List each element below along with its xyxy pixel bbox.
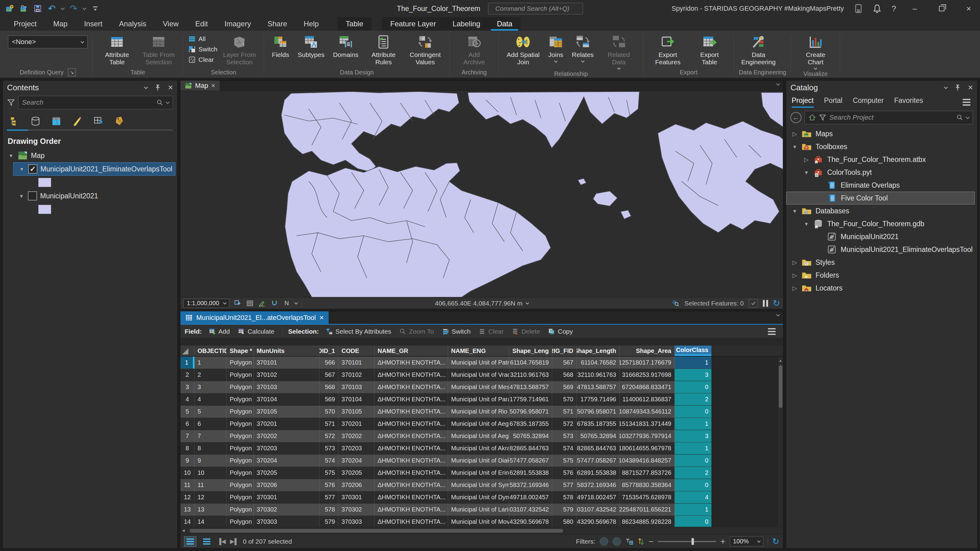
cell-shapeleng[interactable]: 82865.844763 <box>509 442 552 454</box>
list-by-editing-tab[interactable] <box>72 115 83 127</box>
catalog-tab-project[interactable]: Project <box>792 97 814 108</box>
column-header-nameeng[interactable]: NAME_ENG <box>448 346 509 356</box>
filter-icon[interactable] <box>7 98 15 106</box>
list-by-data-source-tab[interactable] <box>30 115 41 127</box>
cell-shape[interactable]: Polygon <box>227 479 254 491</box>
select-features-tool-icon[interactable] <box>234 299 242 307</box>
expander-icon[interactable]: ▾ <box>803 169 810 176</box>
layer-from-selection-button[interactable]: Layer From Selection <box>220 34 259 66</box>
map-coordinates[interactable]: 406,665.40E 4,084,777.96N m <box>435 300 528 307</box>
map-scale-select[interactable]: 1:1,000,000 <box>183 299 229 308</box>
cell-objectid[interactable]: 1 <box>194 357 227 368</box>
cell-shape[interactable]: Polygon <box>227 503 254 516</box>
table-row[interactable]: 1 1 Polygon 370101 566 370101 ΔΗΜΟΤΙΚΗ Ε… <box>180 357 711 369</box>
slider-thumb[interactable] <box>692 538 694 545</box>
table-row[interactable]: 10 10 Polygon 370205 575 370205 ΔΗΜΟΤΙΚΗ… <box>180 467 711 479</box>
cell-origfid[interactable]: 575 <box>552 454 577 467</box>
cell-colorclass[interactable]: 0 <box>675 516 711 527</box>
cell-code[interactable]: 370101 <box>339 357 375 368</box>
tab-data[interactable]: Data <box>488 17 520 30</box>
cell-mununits[interactable]: 370105 <box>254 406 320 418</box>
cell-nameeng[interactable]: Municipal Unit of Rio <box>448 406 509 418</box>
expander-icon[interactable]: ▾ <box>792 143 798 150</box>
pause-drawing-button[interactable] <box>763 300 768 307</box>
scrollbar-thumb[interactable] <box>189 529 563 533</box>
table-row[interactable]: 2 2 Polygon 370102 567 370102 ΔΗΜΟΤΙΚΗ Ε… <box>180 369 711 381</box>
column-header-shapearea[interactable]: Shape_Area <box>620 346 675 356</box>
calculate-field-button[interactable]: Calculate <box>235 328 277 335</box>
vertical-scrollbar[interactable]: ▴ <box>778 357 783 527</box>
cell-colorclass[interactable]: 0 <box>675 454 711 467</box>
expander-icon[interactable]: ▷ <box>792 259 798 266</box>
cell-shapelength[interactable]: 62891.553838 <box>577 467 620 479</box>
cell-origfid[interactable]: 578 <box>552 491 577 503</box>
command-search-input[interactable] <box>495 5 579 12</box>
cell-oid1[interactable]: 578 <box>320 503 339 516</box>
column-header-code[interactable]: CODE <box>339 346 375 356</box>
search-options-chevron[interactable] <box>166 100 170 104</box>
search-options-chevron[interactable] <box>966 115 970 119</box>
cell-oid1[interactable]: 577 <box>320 491 339 503</box>
cell-shapeleng[interactable]: 57477.058267 <box>509 454 552 467</box>
row-number-cell[interactable]: 5 <box>180 406 194 418</box>
cell-oid1[interactable]: 573 <box>320 442 339 454</box>
tab-share[interactable]: Share <box>259 17 295 30</box>
cell-shapearea[interactable]: 86234885.928228 <box>620 516 675 527</box>
show-selected-records-button[interactable] <box>200 536 213 547</box>
table-row[interactable]: 6 6 Polygon 370201 571 370201 ΔΗΜΟΤΙΚΗ Ε… <box>180 418 711 430</box>
subtypes-button[interactable]: Subtypes <box>294 34 328 59</box>
expander-icon[interactable]: ▾ <box>803 221 810 227</box>
expander-icon[interactable]: ▷ <box>792 285 798 292</box>
cell-shape[interactable]: Polygon <box>227 442 254 454</box>
cell-origfid[interactable]: 570 <box>552 393 577 405</box>
delete-selected-button[interactable]: Delete <box>509 328 542 335</box>
catalog-tab-portal[interactable]: Portal <box>824 97 843 108</box>
cell-namegr[interactable]: ΔΗΜΟΤΙΚΗ ΕΝΟΤΗΤΑ... <box>375 454 448 467</box>
pin-icon[interactable] <box>955 84 961 91</box>
catalog-item-colortools-pyt[interactable]: ▾ ColorTools.pyt <box>786 166 977 179</box>
cell-nameeng[interactable]: Municipal Unit of Patra <box>448 357 509 368</box>
export-features-button[interactable]: Export Features <box>648 34 687 66</box>
cell-oid1[interactable]: 571 <box>320 418 339 430</box>
list-by-labeling-tab[interactable] <box>113 115 125 127</box>
cell-nameeng[interactable]: Municipal Unit of Larissos <box>448 503 509 516</box>
back-navigation-icon[interactable]: ← <box>791 112 802 123</box>
redo-dropdown-chevron[interactable] <box>83 6 86 10</box>
cell-shapearea[interactable]: 11400612.836837 <box>620 393 675 405</box>
contents-search-box[interactable] <box>18 96 173 109</box>
joins-button[interactable]: Joins <box>545 34 566 63</box>
cell-shapeleng[interactable]: 47813.588757 <box>509 381 552 393</box>
tab-feature-layer[interactable]: Feature Layer <box>382 17 444 30</box>
list-by-snapping-tab[interactable] <box>92 115 104 127</box>
tab-labeling[interactable]: Labeling <box>444 17 489 30</box>
cell-mununits[interactable]: 370101 <box>254 357 320 368</box>
definition-query-select[interactable]: <None> <box>8 35 88 48</box>
cell-namegr[interactable]: ΔΗΜΟΤΙΚΗ ΕΝΟΤΗΤΑ... <box>375 467 448 479</box>
column-header-mununits[interactable]: MunUnits <box>254 346 320 356</box>
table-from-selection-button[interactable]: Table From Selection <box>139 34 178 66</box>
layer-symbol-swatch[interactable] <box>38 205 51 214</box>
tab-table[interactable]: Table <box>337 17 371 30</box>
redo-icon[interactable]: ↷ <box>69 4 78 13</box>
catalog-item-folders[interactable]: ▷ Folders <box>786 269 977 282</box>
table-row[interactable]: 8 8 Polygon 370203 573 370203 ΔΗΜΟΤΙΚΗ Ε… <box>180 442 711 454</box>
cell-shapelength[interactable]: 67835.187355 <box>577 418 620 430</box>
cell-objectid[interactable]: 4 <box>194 393 227 405</box>
copy-rows-button[interactable]: Copy <box>546 328 575 335</box>
layer-checkbox-checked[interactable]: ✓ <box>28 164 37 173</box>
definition-query-launcher[interactable]: ↘ <box>68 68 76 76</box>
pin-icon[interactable] <box>155 84 161 91</box>
cell-shapearea[interactable]: 85778830.358364 <box>620 479 675 491</box>
cell-shapeleng[interactable]: 49718.002457 <box>509 491 552 503</box>
cell-mununits[interactable]: 370103 <box>254 381 320 393</box>
catalog-close-icon[interactable]: × <box>968 83 973 92</box>
table-zoom-select[interactable]: 100% <box>730 537 764 546</box>
clear-selection-button[interactable]: Clear <box>476 328 506 335</box>
cell-shapelength[interactable]: 58372.169346 <box>577 479 620 491</box>
cell-nameeng[interactable]: Municipal Unit of Messa... <box>448 381 509 393</box>
table-menu-icon[interactable] <box>768 328 779 335</box>
row-number-cell[interactable]: 10 <box>180 467 194 479</box>
cell-shapelength[interactable]: 32110.961763 <box>577 369 620 381</box>
table-row[interactable]: 4 4 Polygon 370104 569 370104 ΔΗΜΟΤΙΚΗ Ε… <box>180 393 711 406</box>
table-row[interactable]: 5 5 Polygon 370105 570 370105 ΔΗΜΟΤΙΚΗ Ε… <box>180 406 711 418</box>
